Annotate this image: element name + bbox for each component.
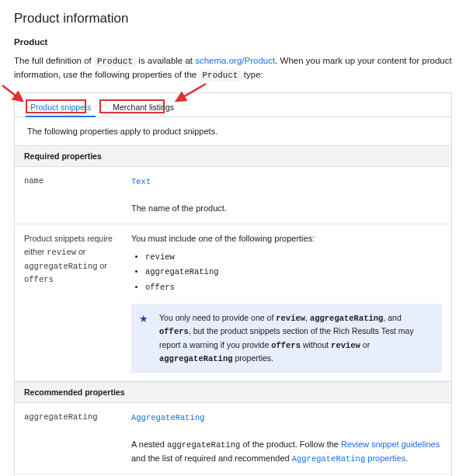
required-properties-header: Required properties [15, 145, 451, 167]
prop-desc: AggregateRating A nested aggregateRating… [122, 403, 451, 474]
guidelines-link[interactable]: Review snippet guidelines [341, 440, 440, 449]
prop-desc: Text The name of the product. [122, 167, 451, 224]
type-link[interactable]: AggregateRating [131, 413, 205, 422]
code-literal: offers [24, 275, 54, 284]
prop-desc: You must include one of the following pr… [122, 224, 451, 380]
list-item: aggregateRating [145, 266, 442, 279]
text: without [301, 340, 331, 349]
bullet-list: review aggregateRating offers [131, 251, 442, 294]
type-link[interactable]: AggregateRating [292, 454, 366, 464]
text: or [360, 340, 370, 349]
code-literal: Product [199, 70, 241, 81]
prop-key: Product snippets require either review o… [15, 224, 122, 380]
type-link[interactable]: Text [131, 177, 151, 186]
text: . [405, 453, 408, 463]
table-row: Product snippets require either review o… [15, 224, 451, 380]
text: of the product. Follow the [240, 440, 341, 449]
required-properties-table: name Text The name of the product. Produ… [15, 167, 451, 381]
code-literal: review [276, 314, 305, 323]
table-row: aggregateRating AggregateRating A nested… [15, 403, 451, 474]
intro-paragraph: The full definition of Product is availa… [14, 54, 452, 82]
tabs-bar: Product snippets Merchant listings [15, 93, 451, 116]
text: is available at [136, 56, 195, 65]
tab-product-snippets[interactable]: Product snippets [27, 101, 94, 116]
prop-key: name [15, 167, 122, 224]
text: or [76, 247, 85, 256]
code-literal: offers [271, 341, 301, 350]
code-literal: aggregateRating [167, 440, 241, 450]
text: The full definition of [14, 56, 94, 65]
text: properties. [233, 353, 274, 363]
code-literal: review [331, 341, 360, 350]
schema-link[interactable]: schema.org/Product [195, 56, 275, 65]
text: A nested [131, 440, 167, 449]
prop-key: aggregateRating [15, 403, 122, 474]
code-literal: aggregateRating [24, 262, 98, 271]
text: , and [383, 313, 401, 322]
text: and the list of required and recommended [131, 453, 292, 463]
text: You only need to provide one of [159, 313, 276, 322]
tab-description: The following properties apply to produc… [15, 117, 451, 145]
list-item: review [145, 251, 442, 264]
sub-heading: Product [14, 37, 452, 47]
code-literal: aggregateRating [310, 314, 384, 323]
code-literal: review [47, 248, 76, 257]
star-icon: ★ [139, 311, 148, 327]
tab-merchant-listings[interactable]: Merchant listings [110, 101, 177, 116]
text: type: [242, 70, 263, 79]
list-item: offers [145, 281, 442, 294]
properties-panel: Product snippets Merchant listings The f… [14, 92, 452, 476]
code-literal: Product [94, 56, 136, 67]
note-callout: ★ You only need to provide one of review… [131, 304, 442, 373]
table-row: name Text The name of the product. [15, 167, 451, 224]
page-title: Product information [14, 11, 452, 26]
text: or [98, 261, 107, 270]
text: The name of the product. [131, 203, 227, 213]
code-literal: aggregateRating [159, 354, 233, 363]
code-literal: offers [159, 327, 189, 336]
recommended-properties-header: Recommended properties [15, 381, 451, 403]
properties-link[interactable]: properties [367, 453, 405, 463]
text: You must include one of the following pr… [131, 234, 315, 243]
recommended-properties-table: aggregateRating AggregateRating A nested… [15, 403, 451, 476]
